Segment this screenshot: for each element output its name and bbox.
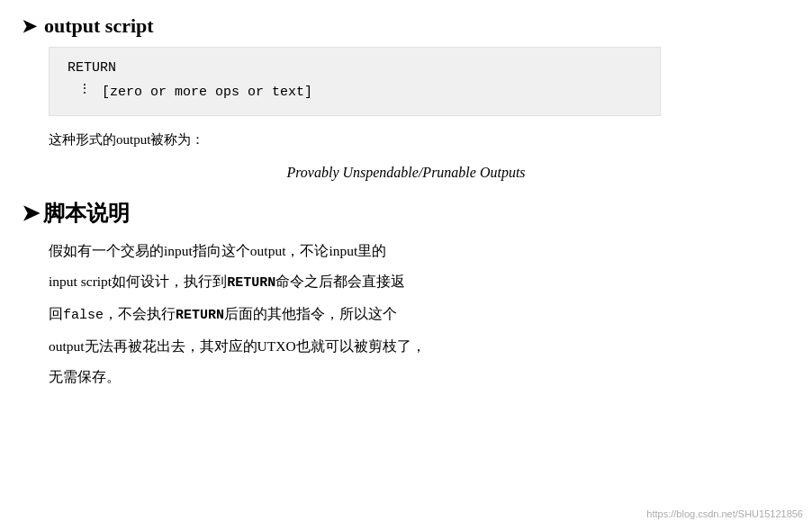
bold-return-2: RETURN (176, 308, 224, 323)
section-output-script: ➤ output script RETURN ⋮ [zero or more o… (22, 14, 790, 181)
code-bracket-text: [zero or more ops or text] (102, 83, 312, 103)
heading-arrow-1: ➤ (22, 15, 37, 37)
paragraph-3: 回false，不会执行RETURN后面的其他指令，所以这个 (49, 301, 787, 328)
inline-false: false (63, 308, 104, 323)
paragraph-4: output无法再被花出去，其对应的UTXO也就可以被剪枝了， (49, 334, 787, 360)
heading-arrow-2: ➤ (22, 201, 40, 226)
heading-title-2: 脚本说明 (43, 199, 130, 228)
code-dots: ⋮ (78, 83, 91, 96)
paragraph-2: input script如何设计，执行到RETURN命令之后都会直接返 (49, 269, 787, 296)
bold-return-1: RETURN (227, 275, 275, 291)
section-heading-output-script: ➤ output script (22, 14, 790, 38)
code-continuation: ⋮ [zero or more ops or text] (68, 83, 642, 103)
section-heading-zh: ➤ 脚本说明 (22, 199, 790, 228)
centered-label-provably: Provably Unspendable/Prunable Outputs (22, 165, 790, 181)
heading-title-1: output script (44, 14, 154, 38)
code-return-keyword: RETURN (68, 58, 642, 79)
section-footnote: ➤ 脚本说明 假如有一个交易的input指向这个output，不论input里的… (22, 199, 790, 391)
watermark: https://blog.csdn.net/SHU15121856 (646, 508, 803, 519)
paragraph-5: 无需保存。 (49, 364, 787, 391)
code-block: RETURN ⋮ [zero or more ops or text] (49, 47, 661, 116)
paragraph-1: 假如有一个交易的input指向这个output，不论input里的 (49, 238, 787, 265)
description-text: 这种形式的output被称为： (49, 129, 790, 152)
